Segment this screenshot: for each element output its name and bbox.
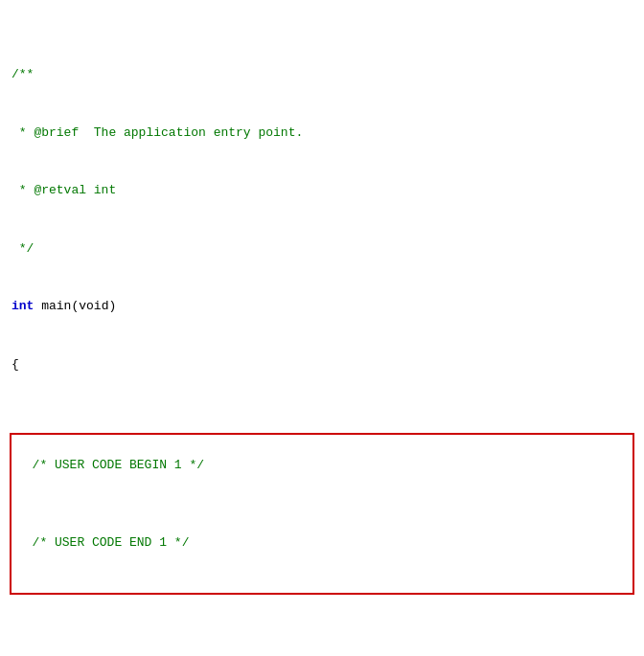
line-5: int main(void): [10, 297, 634, 316]
line-4: */: [10, 239, 634, 259]
line-7: /* USER CODE BEGIN 1 */: [15, 456, 629, 475]
line-1: /**: [10, 65, 634, 84]
line-6: {: [10, 355, 634, 374]
line-2: * @brief The application entry point.: [10, 124, 634, 143]
line-9: /* USER CODE END 1 */: [15, 533, 629, 553]
line-8: [15, 495, 629, 514]
code-editor: /** * @brief The application entry point…: [10, 8, 634, 656]
user-code-box-1: /* USER CODE BEGIN 1 */ /* USER CODE END…: [10, 433, 634, 595]
line-3: * @retval int: [10, 181, 634, 200]
